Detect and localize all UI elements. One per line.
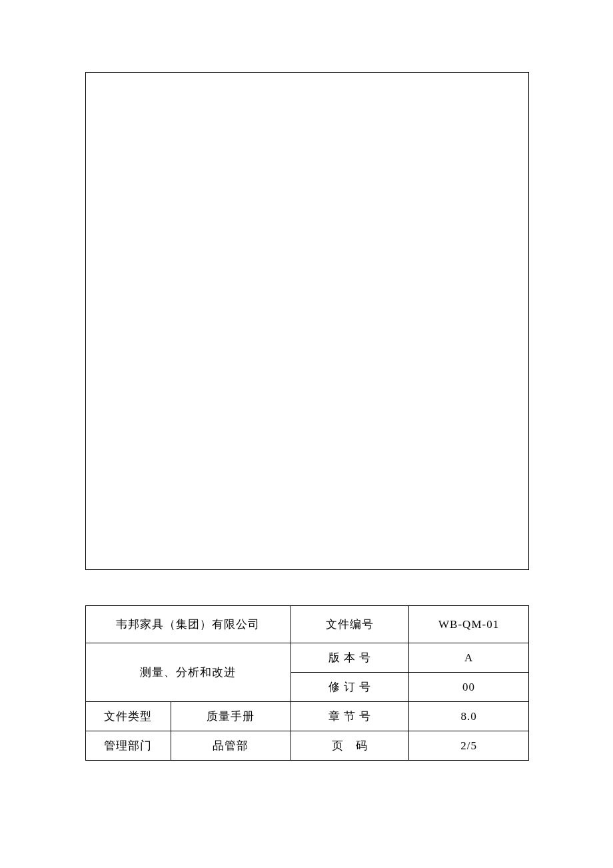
- doc-type-value-cell: 质量手册: [171, 702, 291, 731]
- table-row: 管理部门 品管部 页 码 2/5: [86, 731, 529, 761]
- version-value-cell: A: [409, 643, 529, 673]
- dept-value-cell: 品管部: [171, 731, 291, 761]
- section-value-cell: 8.0: [409, 702, 529, 731]
- document-info-table: 韦邦家具（集团）有限公司 文件编号 WB-QM-01 测量、分析和改进 版 本 …: [85, 605, 529, 761]
- version-label-cell: 版 本 号: [291, 643, 409, 673]
- section-label-cell: 章 节 号: [291, 702, 409, 731]
- revision-label-cell: 修 订 号: [291, 673, 409, 702]
- revision-value-cell: 00: [409, 673, 529, 702]
- doc-type-label-cell: 文件类型: [86, 702, 171, 731]
- company-name-cell: 韦邦家具（集团）有限公司: [86, 606, 291, 643]
- dept-label-cell: 管理部门: [86, 731, 171, 761]
- page-label-cell: 页 码: [291, 731, 409, 761]
- doc-number-value-cell: WB-QM-01: [409, 606, 529, 643]
- content-box: [85, 72, 529, 570]
- document-title-cell: 测量、分析和改进: [86, 643, 291, 702]
- table-row: 测量、分析和改进 版 本 号 A: [86, 643, 529, 673]
- table-row: 文件类型 质量手册 章 节 号 8.0: [86, 702, 529, 731]
- doc-number-label-cell: 文件编号: [291, 606, 409, 643]
- page-value-cell: 2/5: [409, 731, 529, 761]
- table-row: 韦邦家具（集团）有限公司 文件编号 WB-QM-01: [86, 606, 529, 643]
